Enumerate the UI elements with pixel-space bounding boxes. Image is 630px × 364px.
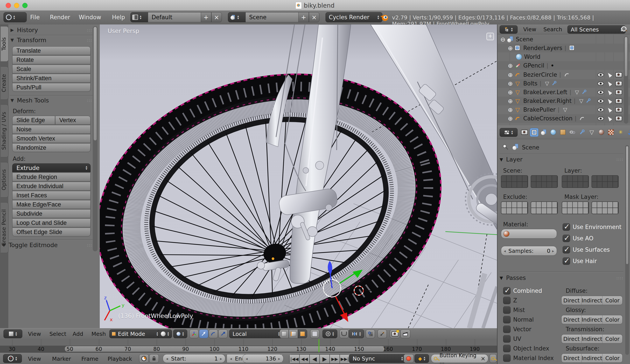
inset-faces-button[interactable]: Inset Faces [12, 191, 90, 200]
randomize-button[interactable]: Randomize [12, 143, 90, 152]
render-toggle-icon[interactable] [615, 81, 622, 86]
outliner-row-cablecrossection[interactable]: ⊕ CableCrossection | [498, 114, 630, 123]
slide-edge-button[interactable]: Slide Edge [12, 116, 55, 125]
tab-create[interactable]: Create [1, 66, 8, 100]
delete-screen-layout-button[interactable]: × [211, 12, 222, 22]
outliner-row-beziercircle[interactable]: ⊕ BezierCircle | [498, 70, 630, 79]
selectable-toggle-icon[interactable] [606, 107, 612, 113]
render-engine-select[interactable]: Cycles Render▴▾ [326, 12, 382, 22]
panel-grip-icon[interactable]: :::: [616, 157, 624, 162]
render-toggle-icon[interactable] [615, 72, 622, 77]
shrink-fatten-button[interactable]: Shrink/Fatten [12, 74, 90, 83]
transmission-direct-button[interactable]: Direct [562, 335, 582, 343]
viewport-shading-select[interactable]: ▴▾ [158, 330, 172, 338]
current-frame-field[interactable]: ◂136▸ [242, 354, 284, 363]
menu-marker[interactable]: Marker [52, 356, 71, 362]
snap-element-select[interactable]: ▴▾ [349, 330, 364, 338]
menu-select[interactable]: Select [50, 331, 66, 337]
make-edge-face-button[interactable]: Make Edge/Face [12, 200, 90, 209]
tab-modifiers[interactable] [578, 128, 586, 136]
hide-toggle-icon[interactable] [598, 116, 604, 121]
mode-select[interactable]: Edit Mode▴▾ [110, 330, 160, 338]
pass-normal-checkbox[interactable] [503, 316, 510, 323]
manipulator-scale-button[interactable] [218, 330, 228, 338]
glossy-color-button[interactable]: Color [602, 315, 622, 324]
layer-grid-a[interactable] [562, 175, 589, 188]
pin-icon[interactable] [502, 144, 509, 151]
slide-vertex-button[interactable]: Vertex [55, 116, 90, 125]
samples-field[interactable]: ◂Samples: 0▸ [501, 246, 557, 256]
scene-name-field[interactable]: Scene [246, 12, 302, 22]
hide-toggle-icon[interactable] [598, 108, 604, 112]
play-reverse-button[interactable]: ◀ [310, 354, 320, 364]
outliner-row-brakepuller[interactable]: ⊕ ▽ BrakePuller |▽ [498, 105, 630, 114]
render-toggle-icon[interactable] [615, 107, 622, 112]
manipulator-rotate-button[interactable] [209, 330, 218, 338]
subsurface-color-button[interactable]: Color [602, 354, 622, 363]
outliner-row-brakelever-right[interactable]: ⊕ ▽ BrakeLever.Right |▽ [498, 97, 630, 105]
glossy-indirect-button[interactable]: Indirect [582, 315, 603, 324]
next-keyframe-button[interactable]: ▶▶ [330, 354, 340, 364]
manipulator-translate-button[interactable] [199, 330, 208, 338]
outliner-row-renderlayers[interactable]: ⊕ RenderLayers | [498, 44, 630, 52]
editor-type-3dview-button[interactable]: ▴▾ [4, 330, 22, 338]
pass-material-index-checkbox[interactable] [503, 354, 510, 362]
opengl-render-image-button[interactable] [390, 330, 400, 338]
panel-layer[interactable]: ▼Layer :::: [500, 156, 624, 163]
sync-mode-select[interactable]: No Sync▴▾ [349, 354, 407, 363]
tab-object-data[interactable]: ▽ [588, 128, 596, 136]
expand-icon[interactable]: ⊕ [506, 80, 514, 87]
extrude-region-button[interactable]: Extrude Region [12, 173, 90, 181]
manipulator-toggle-button[interactable] [190, 330, 198, 338]
pivot-point-select[interactable]: ▴▾ [173, 330, 187, 338]
breadcrumb[interactable]: Scene [522, 144, 539, 151]
expand-icon[interactable]: ⊕ [506, 98, 514, 104]
screen-layout-field[interactable]: Default [148, 12, 204, 22]
editor-type-properties-button[interactable]: ▴▾ [500, 128, 518, 137]
panel-transform[interactable]: ▼Transform:::: [10, 36, 97, 44]
outliner-row-bolts[interactable]: ⊕ ▽ Bolts |▽ [498, 79, 630, 88]
expand-icon[interactable]: ⊕ [506, 115, 514, 122]
diffuse-direct-button[interactable]: Direct [562, 296, 582, 305]
extrude-individual-button[interactable]: Extrude Individual [12, 182, 90, 190]
editor-type-info-button[interactable]: ▴▾ [4, 12, 27, 22]
outliner-row-gpencil[interactable]: ⊕ GPencil |• [498, 61, 630, 70]
loop-cut-slide-button[interactable]: Loop Cut and Slide [12, 218, 90, 227]
outliner-menu-search[interactable]: Search [544, 26, 562, 32]
menu-add[interactable]: Add [72, 331, 83, 337]
rotate-button[interactable]: Rotate [12, 55, 90, 64]
scale-button[interactable]: Scale [12, 65, 90, 73]
offset-edge-slide-button[interactable]: Offset Edge Slide [12, 228, 90, 236]
hide-toggle-icon[interactable] [598, 90, 604, 94]
display-mode-select[interactable]: All Scenes▴▾ [568, 25, 626, 34]
menu-file[interactable]: File [30, 14, 40, 20]
region-expand-button[interactable]: + [486, 33, 494, 40]
timeline-ruler[interactable]: 3040506070809010011012013014015016017018… [0, 346, 497, 352]
tab-options[interactable]: Options [1, 162, 8, 197]
render-toggle-icon[interactable] [615, 90, 622, 95]
layer-grid-b[interactable] [592, 175, 618, 188]
auto-keyframe-button[interactable] [404, 354, 414, 363]
selectable-toggle-icon[interactable] [606, 98, 612, 104]
selectable-toggle-icon[interactable] [606, 80, 612, 86]
subsurface-indirect-button[interactable]: Indirect [582, 354, 603, 363]
snap-toggle-button[interactable] [340, 330, 349, 338]
outliner-menu-view[interactable]: View [523, 26, 536, 32]
tab-particles[interactable]: ✳ [616, 128, 625, 136]
diffuse-color-button[interactable]: Color [602, 296, 622, 305]
selectable-toggle-icon[interactable] [606, 72, 612, 78]
tab-material[interactable] [597, 128, 606, 136]
timeline-playhead[interactable] [318, 339, 320, 352]
render-border-button[interactable] [378, 330, 387, 338]
tool-shelf-scrollbar[interactable] [93, 26, 98, 251]
manual-keyframe-button[interactable] [490, 354, 496, 363]
exclude-grid-b[interactable] [531, 201, 558, 214]
selectable-toggle-icon[interactable] [606, 115, 612, 121]
tab-scene[interactable] [540, 128, 548, 136]
subsurface-direct-button[interactable]: Direct [562, 354, 582, 363]
pass-mist-checkbox[interactable] [503, 306, 510, 314]
tab-shading-uvs[interactable]: Shading / UVs [1, 104, 8, 157]
expand-icon[interactable]: ⊕ [506, 62, 514, 69]
subdivide-button[interactable]: Subdivide [12, 209, 90, 218]
expand-icon[interactable]: ⊕ [506, 106, 514, 113]
